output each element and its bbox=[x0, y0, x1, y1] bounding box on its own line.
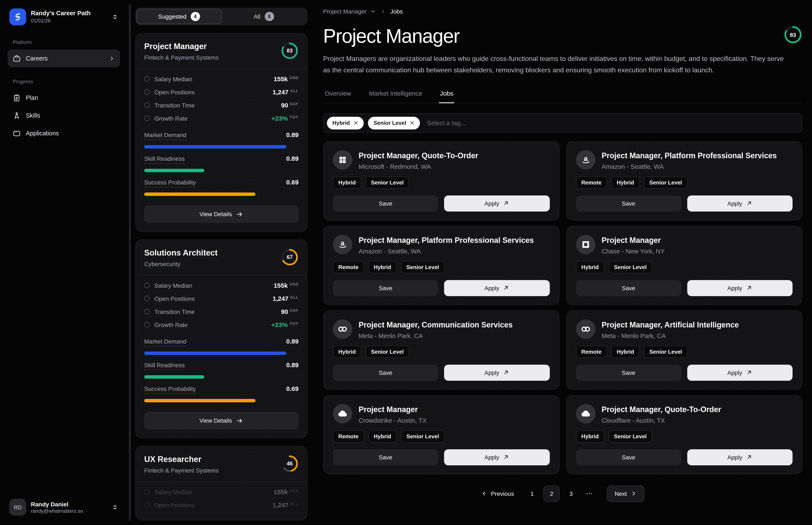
save-button[interactable]: Save bbox=[576, 449, 681, 465]
metric-bar bbox=[144, 193, 256, 196]
metric-label: Market Demand bbox=[144, 132, 186, 140]
apply-button[interactable]: Apply bbox=[687, 449, 793, 465]
career-card[interactable]: Solutions Architect Cybersecurity 67 Sal… bbox=[135, 239, 307, 438]
stat-value: 90DAY bbox=[281, 102, 298, 109]
filter-tag-pill[interactable]: Hybrid bbox=[327, 117, 364, 129]
metric-value: 0.89 bbox=[286, 338, 298, 345]
arrow-up-right-icon bbox=[503, 369, 509, 376]
stat-value: +23%YOY bbox=[271, 115, 298, 122]
page-button-3[interactable]: 3 bbox=[563, 485, 579, 501]
apply-button[interactable]: Apply bbox=[444, 449, 550, 465]
page-button-2[interactable]: 2 bbox=[543, 485, 560, 501]
save-button[interactable]: Save bbox=[576, 364, 681, 380]
save-button[interactable]: Save bbox=[576, 195, 681, 211]
sidebar-item-applications[interactable]: Applications bbox=[7, 124, 120, 142]
stat-label: Salary Median bbox=[154, 76, 192, 82]
user-menu[interactable]: RD Randy Daniel randy@whatmatters.so bbox=[7, 496, 120, 518]
tab-suggested[interactable]: Suggested 4 bbox=[137, 9, 221, 24]
job-title: Project Manager, Platform Professional S… bbox=[602, 151, 777, 160]
career-card-header: Project Manager Fintech & Payment System… bbox=[144, 42, 298, 61]
job-tag: Remote bbox=[576, 346, 607, 358]
job-tag: Hybrid bbox=[333, 346, 361, 358]
save-button[interactable]: Save bbox=[333, 364, 438, 380]
job-card-header: Project Manager Crowdstrike - Austin, TX bbox=[333, 404, 550, 424]
job-card-header: a Project Manager, Platform Professional… bbox=[576, 150, 793, 170]
job-tag: Senior Level bbox=[644, 177, 688, 189]
arrow-up-right-icon bbox=[503, 200, 509, 207]
career-title: Solutions Architect bbox=[144, 248, 218, 258]
save-button[interactable]: Save bbox=[333, 280, 438, 296]
remove-tag-icon[interactable] bbox=[354, 121, 358, 125]
arrow-up-right-icon bbox=[503, 454, 509, 460]
job-actions: Save Apply bbox=[333, 280, 550, 296]
workspace-switcher[interactable]: Randy's Career Path 01/01/26 bbox=[7, 6, 120, 28]
sidebar-item-plan[interactable]: Plan bbox=[7, 89, 120, 107]
scrollbar[interactable] bbox=[129, 4, 131, 521]
tab-overview[interactable]: Overview bbox=[324, 85, 352, 103]
dashed-circle-icon bbox=[144, 322, 150, 327]
career-card[interactable]: Project Manager Fintech & Payment System… bbox=[135, 33, 307, 232]
save-button[interactable]: Save bbox=[333, 449, 438, 465]
apply-label: Apply bbox=[485, 285, 499, 291]
job-tag: Senior Level bbox=[401, 261, 445, 273]
dashed-circle-icon bbox=[144, 283, 150, 288]
filter-tag-pill[interactable]: Senior Level bbox=[368, 117, 420, 129]
chevrons-up-down-icon[interactable] bbox=[112, 14, 119, 20]
tab-jobs[interactable]: Jobs bbox=[439, 85, 454, 103]
chase-logo-icon bbox=[576, 235, 595, 254]
stat-label: Salary Median bbox=[154, 489, 192, 495]
apply-button[interactable]: Apply bbox=[687, 280, 793, 296]
page-button-1[interactable]: 1 bbox=[524, 485, 540, 501]
job-card: Project Manager, Artificial Intelligence… bbox=[566, 310, 802, 389]
job-card: a Project Manager, Platform Professional… bbox=[323, 226, 559, 305]
job-card: Project Manager Crowdstrike - Austin, TX… bbox=[323, 395, 559, 474]
match-score-value: 46 bbox=[287, 461, 293, 467]
chevrons-up-down-icon[interactable] bbox=[112, 504, 119, 511]
count-badge: 8 bbox=[264, 12, 274, 21]
svg-text:a: a bbox=[341, 239, 345, 247]
app-window-icon bbox=[13, 129, 21, 137]
stat-row: Growth Rate +23%YOY bbox=[144, 318, 298, 331]
workspace-date: 01/01/26 bbox=[31, 18, 91, 24]
chevron-down-icon[interactable] bbox=[370, 9, 376, 14]
career-card[interactable]: UX Researcher Fintech & Payment Systems … bbox=[135, 446, 307, 520]
previous-page-button[interactable]: Previous bbox=[481, 490, 514, 497]
page-header: Project Manager 83 bbox=[323, 25, 802, 47]
job-title: Project Manager, Quote-To-Order bbox=[358, 151, 478, 160]
breadcrumb-parent[interactable]: Project Manager bbox=[323, 8, 366, 15]
remove-tag-icon[interactable] bbox=[410, 121, 415, 125]
tag-filter-input[interactable]: Hybrid Senior Level Select a tag... bbox=[323, 113, 802, 133]
view-details-button[interactable]: View Details bbox=[144, 411, 298, 430]
apply-button[interactable]: Apply bbox=[444, 195, 550, 211]
job-title: Project Manager, Quote-To-Order bbox=[602, 405, 721, 414]
match-score-ring: 83 bbox=[281, 42, 298, 60]
save-button[interactable]: Save bbox=[576, 280, 681, 296]
job-tags: RemoteHybridSenior Level bbox=[333, 431, 550, 443]
sidebar-item-skills[interactable]: Skills bbox=[7, 107, 120, 124]
apply-label: Apply bbox=[485, 454, 499, 461]
sidebar-item-label: Careers bbox=[26, 55, 48, 62]
metric: Success Probability 0.69 bbox=[144, 179, 298, 196]
save-button[interactable]: Save bbox=[333, 195, 438, 211]
metric: Market Demand 0.89 bbox=[144, 338, 298, 355]
next-page-button[interactable]: Next bbox=[607, 485, 645, 502]
page-title: Project Manager bbox=[323, 25, 460, 47]
chevron-right-icon bbox=[380, 9, 386, 14]
sidebar-item-careers[interactable]: Careers bbox=[7, 49, 120, 67]
main-content: Project Manager Jobs Project Manager 83 … bbox=[315, 0, 812, 525]
apply-button[interactable]: Apply bbox=[687, 195, 793, 211]
job-card: Project Manager Chase - New York, NY Hyb… bbox=[566, 226, 802, 305]
apply-button[interactable]: Apply bbox=[687, 364, 793, 380]
view-details-button[interactable]: View Details bbox=[144, 205, 298, 223]
apply-label: Apply bbox=[727, 285, 742, 291]
apply-button[interactable]: Apply bbox=[444, 364, 550, 380]
job-card-header: Project Manager, Artificial Intelligence… bbox=[576, 319, 793, 339]
career-title: UX Researcher bbox=[144, 455, 219, 464]
apply-button[interactable]: Apply bbox=[444, 280, 550, 296]
next-label: Next bbox=[615, 490, 627, 497]
match-score-ring: 67 bbox=[281, 248, 298, 266]
stat-value: +23%YOY bbox=[271, 321, 298, 328]
dashed-circle-icon bbox=[144, 296, 150, 301]
tab-market-intelligence[interactable]: Market Intelligence bbox=[368, 85, 423, 103]
tab-all[interactable]: All 8 bbox=[221, 9, 306, 24]
